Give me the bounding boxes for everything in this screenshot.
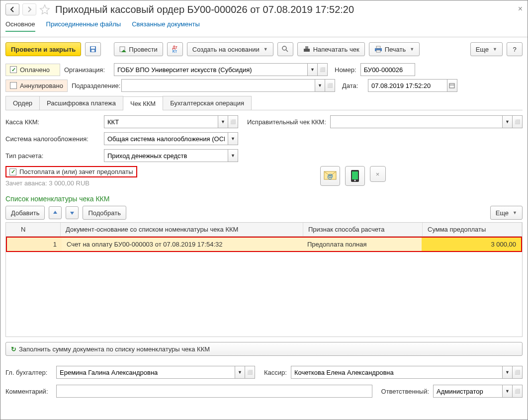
cancelled-checkbox[interactable] [10, 82, 17, 89]
calc-type-dropdown-button[interactable]: ▼ [228, 149, 238, 162]
accountant-open-button[interactable]: ⬜ [245, 366, 255, 379]
date-calendar-button[interactable] [447, 79, 457, 92]
add-row-button[interactable]: Добавить [5, 206, 45, 220]
tab-main[interactable]: Основное [5, 20, 35, 32]
move-down-button[interactable] [66, 206, 79, 219]
subtab-order[interactable]: Ордер [5, 96, 40, 110]
svg-text:@: @ [327, 173, 333, 180]
nav-forward-button[interactable] [22, 3, 36, 15]
dept-open-button[interactable]: ⬜ [325, 79, 335, 92]
dt-kt-icon: ДтКт [173, 45, 177, 53]
paid-checkbox-container[interactable]: Оплачено [5, 64, 60, 76]
nav-back-button[interactable] [5, 3, 19, 15]
corr-input[interactable] [330, 115, 503, 128]
subtab-check-kkm[interactable]: Чек ККМ [123, 96, 163, 110]
svg-rect-7 [305, 46, 308, 49]
corr-open-button[interactable]: ⬜ [513, 115, 523, 128]
x-icon: × [376, 170, 380, 178]
responsible-dropdown-button[interactable]: ▼ [503, 385, 513, 398]
arrow-up-icon [52, 210, 58, 216]
accountant-dropdown-button[interactable]: ▼ [235, 366, 245, 379]
search-icon [281, 45, 289, 53]
print-button[interactable]: Печать ▼ [369, 42, 420, 56]
arrow-down-icon [69, 210, 75, 216]
post-and-close-button[interactable]: Провести и закрыть [5, 42, 81, 56]
nomenclature-title: Список номенклатуры чека ККМ [5, 195, 523, 203]
col-n[interactable]: N [6, 223, 61, 236]
create-based-label: Создать на основании [192, 46, 260, 53]
org-dropdown-button[interactable]: ▼ [308, 63, 318, 76]
print-check-button[interactable]: Напечатать чек [297, 42, 365, 56]
email-button[interactable]: @ [320, 166, 340, 186]
calc-type-input[interactable] [104, 149, 228, 162]
print-label: Печать [385, 46, 406, 53]
comment-label: Комментарий: [5, 388, 52, 395]
pick-label: Подобрать [88, 209, 120, 217]
post-close-label: Провести и закрыть [11, 46, 76, 53]
tab-attached-files[interactable]: Присоединенные файлы [46, 20, 121, 32]
paid-checkbox[interactable] [10, 66, 17, 73]
cashier-label: Кассир: [264, 369, 287, 376]
phone-icon [351, 169, 359, 182]
chevron-down-icon: ▼ [493, 47, 497, 52]
save-button[interactable] [85, 42, 101, 56]
chevron-down-icon: ▼ [410, 47, 414, 52]
col-doc[interactable]: Документ-основание со списком номенклату… [61, 223, 303, 236]
table-empty-area[interactable] [6, 252, 522, 336]
postpay-checkbox[interactable] [9, 168, 16, 175]
tax-input[interactable] [104, 132, 228, 145]
tab-related-docs[interactable]: Связанные документы [132, 20, 200, 32]
responsible-input[interactable] [433, 385, 503, 398]
post-button[interactable]: Провести [114, 42, 163, 56]
svg-point-4 [282, 46, 286, 50]
dept-dropdown-button[interactable]: ▼ [315, 79, 325, 92]
cancelled-checkbox-container[interactable]: Аннулировано [5, 80, 68, 92]
cashier-dropdown-button[interactable]: ▼ [503, 366, 513, 379]
move-up-button[interactable] [49, 206, 62, 219]
print-check-label: Напечатать чек [313, 46, 359, 53]
accountant-input[interactable] [56, 366, 235, 379]
cell-doc: Счет на оплату БУ00-000003 от 07.08.2019… [62, 238, 302, 251]
kassa-input[interactable] [104, 115, 218, 128]
cash-register-icon [303, 46, 311, 53]
favorite-star-icon[interactable] [39, 4, 50, 15]
close-button[interactable]: × [518, 4, 523, 13]
clear-button[interactable]: × [370, 166, 386, 182]
date-input[interactable] [368, 79, 447, 92]
cashier-input[interactable] [291, 366, 503, 379]
tax-dropdown-button[interactable]: ▼ [228, 132, 238, 145]
col-sign[interactable]: Признак способа расчета [303, 223, 423, 236]
arrow-left-icon [9, 6, 15, 12]
calendar-icon [449, 83, 455, 88]
create-based-on-button[interactable]: Создать на основании ▼ [187, 42, 273, 56]
dt-kt-button[interactable]: ДтКт [167, 42, 183, 56]
subtab-decode[interactable]: Расшифровка платежа [39, 96, 123, 110]
number-input[interactable] [360, 63, 415, 76]
responsible-open-button[interactable]: ⬜ [513, 385, 523, 398]
dept-input[interactable] [121, 79, 315, 92]
org-open-button[interactable]: ⬜ [318, 63, 328, 76]
pick-button[interactable]: Подобрать [83, 206, 126, 220]
fill-sum-button[interactable]: ↻ Заполнить сумму документа по списку но… [5, 342, 523, 356]
help-button[interactable]: ? [507, 42, 523, 56]
svg-rect-6 [304, 49, 310, 52]
cashier-open-button[interactable]: ⬜ [513, 366, 523, 379]
table-row[interactable]: 1 Счет на оплату БУ00-000003 от 07.08.20… [7, 238, 521, 251]
org-input[interactable] [114, 63, 308, 76]
chevron-down-icon: ▼ [264, 47, 268, 52]
kassa-label: Касса ККМ: [5, 118, 100, 126]
svg-rect-11 [449, 84, 454, 88]
calc-type-label: Тип расчета: [5, 152, 100, 160]
search-button[interactable] [277, 42, 293, 56]
corr-dropdown-button[interactable]: ▼ [503, 115, 513, 128]
kassa-dropdown-button[interactable]: ▼ [218, 115, 228, 128]
page-title: Приходный кассовый ордер БУ00-000026 от … [55, 4, 354, 15]
kassa-open-button[interactable]: ⬜ [228, 115, 238, 128]
col-sum[interactable]: Сумма предоплаты [423, 223, 522, 236]
sms-button[interactable] [345, 166, 365, 186]
comment-input[interactable] [56, 385, 372, 398]
subtab-accounting-op[interactable]: Бухгалтерская операция [163, 96, 252, 110]
refresh-icon: ↻ [11, 345, 16, 353]
more-button[interactable]: Еще ▼ [470, 42, 503, 56]
table-more-button[interactable]: Еще ▼ [490, 206, 523, 220]
